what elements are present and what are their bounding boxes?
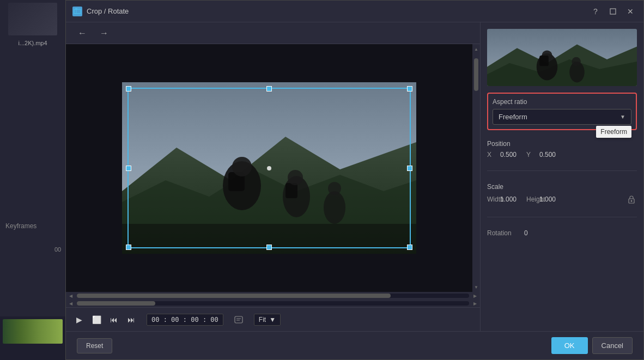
svg-rect-23 [539, 56, 549, 66]
position-y-key: Y [526, 151, 535, 158]
dialog-icon [72, 7, 82, 16]
scroll-left-arrow[interactable]: ◀ [67, 292, 75, 300]
scroll-thumb[interactable] [474, 58, 478, 91]
aspect-ratio-value: Freeform [499, 113, 527, 121]
svg-point-25 [572, 57, 581, 66]
vertical-scrollbar[interactable]: ▲ ▼ [472, 44, 480, 292]
freeform-tooltip: Freeform [596, 126, 631, 138]
crop-handle-mr[interactable] [407, 166, 412, 171]
scale-label: Scale [487, 183, 637, 191]
scroll-up-arrow[interactable]: ▲ [472, 45, 480, 53]
crop-handle-tm[interactable] [266, 86, 272, 91]
timeline-thumb [77, 301, 155, 306]
frame-button[interactable]: ⬜ [90, 313, 103, 326]
timeline-scroll: ◀ ▶ [66, 300, 480, 307]
rotation-key: Rotation [487, 229, 520, 237]
ok-button[interactable]: OK [551, 337, 588, 354]
crop-handle-bm[interactable] [266, 245, 272, 250]
svg-rect-0 [74, 9, 81, 14]
scroll-down-arrow[interactable]: ▼ [472, 283, 480, 291]
svg-rect-2 [610, 9, 616, 14]
divider-2 [487, 217, 637, 217]
crop-handle-br[interactable] [407, 245, 412, 250]
scale-section: Scale Width 1.000 Height 1.000 [487, 183, 637, 208]
modal-footer: Reset OK Cancel [66, 331, 643, 359]
redo-button[interactable]: → [96, 26, 112, 41]
quality-dropdown-arrow: ▼ [269, 316, 276, 324]
dropdown-arrow-icon: ▼ [620, 114, 625, 120]
aspect-ratio-label: Aspect ratio [493, 98, 631, 106]
playback-controls: ▶ ⬜ ⏮ ⏭ 00 : 00 : 00 : 00 Fit ▼ [66, 307, 480, 331]
position-x-key: X [487, 151, 496, 158]
svg-rect-15 [235, 316, 242, 323]
horizontal-scrollbar: ◀ ▶ [66, 292, 480, 300]
timeline-bar [0, 316, 65, 360]
timecode-icon [232, 313, 245, 326]
position-x-value: 0.500 [500, 151, 522, 158]
scroll-track[interactable] [77, 294, 469, 298]
scroll-right-arrow[interactable]: ▶ [471, 292, 479, 300]
svg-point-27 [631, 200, 633, 202]
restore-button[interactable] [606, 5, 619, 18]
width-value: 1.000 [500, 196, 522, 203]
width-key: Width [487, 196, 496, 203]
height-value: 1.000 [539, 196, 561, 203]
position-row: X 0.500 Y 0.500 [487, 151, 637, 158]
scroll-thumb-h[interactable] [77, 294, 391, 298]
aspect-ratio-section: Aspect ratio Freeform ▼ Freeform [487, 93, 637, 130]
position-label: Position [487, 140, 637, 148]
keyframes-label: Keyframes [5, 222, 37, 230]
video-frame [122, 82, 416, 254]
next-frame-button[interactable]: ⏭ [125, 313, 138, 326]
canvas-row: ▲ ▼ [66, 44, 480, 292]
aspect-ratio-dropdown-wrapper: Freeform ▼ Freeform [493, 109, 631, 125]
scale-row: Width 1.000 Height 1.000 [487, 194, 637, 205]
position-section: Position X 0.500 Y 0.500 [487, 140, 637, 162]
time-label: 00 [54, 246, 61, 253]
crop-overlay [122, 82, 416, 254]
height-key: Height [526, 196, 535, 203]
play-button[interactable]: ▶ [72, 313, 86, 326]
prev-frame-button[interactable]: ⏮ [107, 313, 120, 326]
thumbnail-image [8, 3, 57, 35]
close-button[interactable]: ✕ [624, 5, 637, 18]
modal-title: Crop / Rotate [72, 7, 129, 16]
crop-handle-tl[interactable] [126, 86, 131, 91]
modal-body: ← → [66, 22, 643, 331]
window-controls: ? ✕ [589, 5, 637, 18]
crop-handle-tr[interactable] [407, 86, 412, 91]
rotation-row: Rotation 0 [487, 229, 637, 237]
quality-selector[interactable]: Fit ▼ [254, 314, 281, 326]
video-canvas[interactable] [66, 44, 472, 292]
rotation-value: 0 [524, 229, 546, 237]
file-label: i...2K).mp4 [18, 40, 47, 46]
cancel-button[interactable]: Cancel [592, 337, 633, 354]
crop-rotate-dialog: Crop / Rotate ? ✕ ← → [65, 0, 644, 360]
editor-toolbar: ← → [66, 22, 480, 44]
reset-button[interactable]: Reset [77, 338, 112, 353]
crop-border[interactable] [127, 88, 411, 248]
timeline-thumbnail [3, 319, 63, 344]
lock-button[interactable] [626, 194, 637, 205]
preview-thumbnail [487, 29, 637, 86]
thumbnail-item[interactable] [8, 3, 57, 35]
timeline-scroll-left[interactable]: ◀ [67, 300, 75, 307]
right-panel: Aspect ratio Freeform ▼ Freeform Positio… [480, 22, 643, 331]
confirm-buttons: OK Cancel [551, 337, 633, 354]
dialog-title: Crop / Rotate [87, 7, 129, 15]
crop-center [267, 166, 271, 170]
crop-handle-ml[interactable] [126, 166, 131, 171]
undo-button[interactable]: ← [75, 26, 90, 41]
modal-titlebar: Crop / Rotate ? ✕ [66, 1, 643, 22]
svg-rect-1 [75, 8, 77, 10]
crop-handle-bl[interactable] [126, 245, 131, 250]
rotation-section: Rotation 0 [487, 229, 637, 240]
editor-area: ← → [66, 22, 480, 331]
timeline-track[interactable] [77, 301, 469, 306]
aspect-ratio-dropdown[interactable]: Freeform ▼ [493, 109, 631, 125]
divider-1 [487, 170, 637, 171]
timeline-scroll-right[interactable]: ▶ [471, 300, 479, 307]
help-button[interactable]: ? [589, 5, 602, 18]
timecode-display: 00 : 00 : 00 : 00 [147, 314, 223, 326]
left-sidebar: i...2K).mp4 Keyframes 00 [0, 0, 65, 360]
